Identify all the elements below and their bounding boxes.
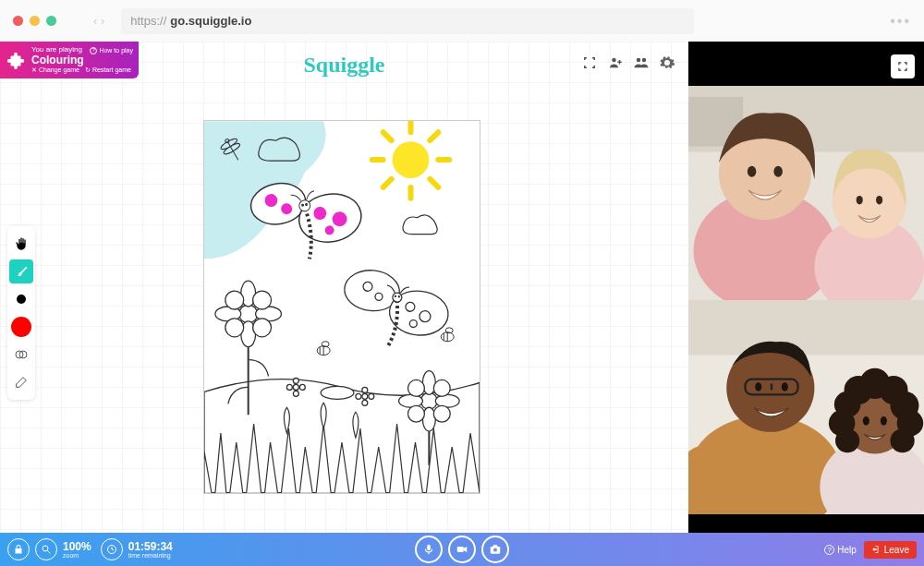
window-controls: [13, 16, 56, 26]
canvas-top-controls: [581, 54, 675, 71]
camera-icon: [489, 543, 502, 556]
svg-point-72: [362, 387, 368, 392]
minimize-window[interactable]: [30, 16, 40, 26]
timer-button[interactable]: [101, 538, 123, 560]
puzzle-icon: [6, 50, 26, 70]
svg-point-63: [408, 379, 425, 396]
brand-logo: Squiggle: [303, 53, 384, 78]
color-large-tool[interactable]: [9, 315, 33, 339]
svg-line-110: [48, 551, 51, 554]
brush-tool[interactable]: [9, 259, 33, 283]
svg-rect-116: [493, 545, 498, 547]
zoom-button[interactable]: [35, 538, 57, 560]
group-icon[interactable]: [633, 54, 650, 71]
color-dot-icon: [17, 295, 26, 304]
svg-rect-89: [688, 300, 924, 355]
svg-point-2: [642, 58, 647, 63]
svg-point-108: [881, 416, 887, 426]
svg-point-87: [876, 196, 882, 205]
timer-label: time remaining: [128, 552, 173, 559]
left-toolbar: [7, 226, 35, 400]
svg-point-31: [392, 293, 402, 303]
leave-button[interactable]: Leave: [864, 541, 917, 559]
help-icon: ?: [824, 545, 834, 555]
svg-point-105: [891, 428, 915, 452]
url-host: go.squiggle.io: [170, 14, 251, 28]
zoom-display: 100% zoom: [63, 541, 91, 559]
overlap-icon: [14, 347, 29, 362]
restart-game-link[interactable]: ↻ Restart game: [85, 66, 131, 74]
svg-point-83: [773, 166, 783, 177]
browser-chrome: ‹ › https:// go.squiggle.io •••: [0, 0, 924, 42]
svg-point-115: [493, 548, 497, 552]
svg-point-86: [857, 196, 863, 205]
svg-rect-113: [457, 547, 464, 552]
svg-point-62: [433, 379, 450, 396]
brush-icon: [14, 264, 29, 279]
canvas-area[interactable]: You are playing ? How to play Colouring …: [0, 42, 688, 566]
zoom-label: zoom: [63, 552, 91, 559]
coloring-sheet[interactable]: [203, 120, 480, 494]
svg-point-52: [253, 291, 272, 309]
bottom-bar: 100% zoom 01:59:34 time remaining: [0, 533, 924, 566]
help-link[interactable]: ? Help: [824, 545, 857, 555]
video-tile-1[interactable]: [688, 86, 924, 300]
game-badge: You are playing ? How to play Colouring …: [0, 42, 139, 78]
eraser-tool[interactable]: [9, 370, 33, 394]
svg-point-106: [835, 428, 859, 452]
svg-point-53: [225, 291, 244, 309]
lock-icon: [13, 544, 24, 555]
svg-point-69: [286, 384, 292, 390]
svg-point-64: [433, 405, 450, 422]
svg-point-47: [239, 305, 258, 323]
clock-icon: [106, 544, 117, 555]
gear-icon[interactable]: [659, 54, 675, 71]
svg-point-27: [375, 293, 383, 301]
svg-line-10: [430, 132, 438, 140]
fullscreen-icon: [896, 60, 909, 73]
opacity-tool[interactable]: [9, 343, 33, 367]
browser-menu[interactable]: •••: [890, 13, 911, 30]
svg-line-12: [430, 179, 438, 187]
svg-point-30: [409, 319, 418, 328]
minimize-icon[interactable]: [581, 54, 598, 71]
hand-tool[interactable]: [9, 232, 33, 256]
svg-point-94: [755, 382, 761, 391]
timer-value: 01:59:34: [128, 541, 173, 552]
svg-point-0: [612, 58, 616, 63]
svg-point-65: [408, 405, 425, 422]
snapshot-button[interactable]: [481, 536, 509, 563]
call-controls: [415, 536, 509, 563]
svg-line-11: [383, 132, 392, 140]
svg-point-95: [782, 382, 788, 391]
svg-point-55: [225, 319, 244, 337]
app-area: You are playing ? How to play Colouring …: [0, 42, 924, 566]
color-small-tool[interactable]: [9, 287, 33, 311]
game-title: Colouring: [31, 54, 133, 66]
exit-icon: [871, 545, 881, 554]
svg-point-109: [43, 546, 48, 551]
camera-button[interactable]: [448, 536, 476, 563]
how-to-play-link[interactable]: ? How to play: [90, 47, 133, 54]
svg-point-26: [363, 282, 373, 292]
svg-point-1: [637, 58, 641, 63]
svg-point-29: [419, 310, 432, 322]
close-window[interactable]: [13, 16, 23, 26]
video-tile-2[interactable]: [688, 300, 924, 514]
hand-icon: [14, 236, 29, 251]
lock-button[interactable]: [7, 538, 30, 560]
svg-point-54: [253, 319, 272, 337]
svg-point-57: [420, 392, 437, 409]
add-user-icon[interactable]: [607, 54, 624, 71]
mic-button[interactable]: [415, 536, 443, 563]
nav-arrows[interactable]: ‹ ›: [93, 14, 104, 28]
zoom-value: 100%: [63, 541, 91, 552]
change-game-link[interactable]: ✕ Change game: [31, 66, 79, 74]
svg-point-28: [406, 302, 416, 312]
fullscreen-button[interactable]: [891, 54, 915, 78]
maximize-window[interactable]: [46, 16, 56, 26]
svg-point-5: [393, 141, 430, 178]
url-bar[interactable]: https:// go.squiggle.io: [121, 8, 694, 34]
svg-point-75: [369, 393, 374, 399]
svg-point-107: [863, 416, 869, 426]
